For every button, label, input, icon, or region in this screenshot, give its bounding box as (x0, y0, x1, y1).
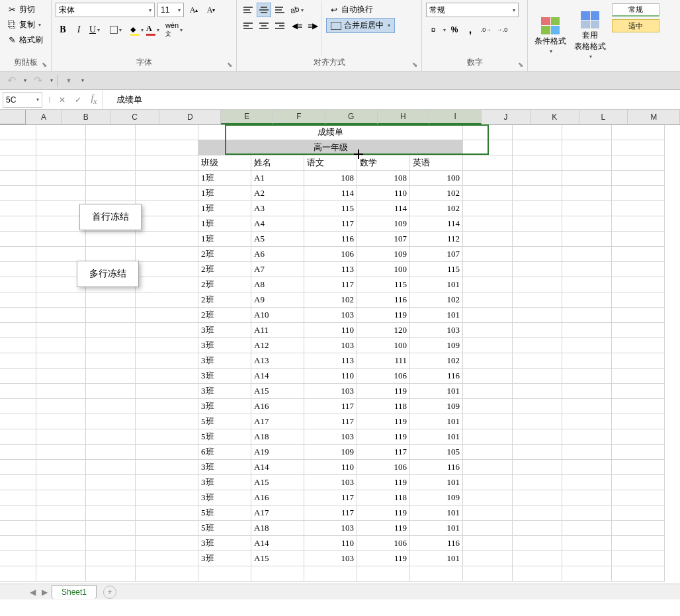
col-header-B[interactable]: B (62, 110, 110, 124)
col-header-K[interactable]: K (531, 110, 579, 124)
cell[interactable]: 3班 (198, 399, 251, 414)
cell[interactable]: 1班 (198, 232, 251, 247)
cell[interactable]: 3班 (198, 490, 251, 506)
cell[interactable] (513, 262, 562, 277)
cell[interactable] (136, 171, 198, 186)
cell[interactable] (513, 369, 562, 384)
cell[interactable] (36, 429, 86, 445)
cell[interactable]: A17 (251, 506, 304, 521)
cell[interactable]: A5 (251, 232, 304, 247)
cell[interactable] (612, 475, 665, 490)
cell[interactable] (36, 155, 86, 171)
cell[interactable]: 5班 (198, 521, 251, 536)
cell[interactable] (86, 536, 136, 551)
cell[interactable]: 3班 (198, 551, 251, 566)
cell[interactable]: 119 (357, 551, 410, 566)
cell[interactable] (136, 201, 198, 216)
cell[interactable]: 116 (410, 460, 463, 475)
number-format-select[interactable]: 常规▾ (426, 3, 519, 17)
cell[interactable]: 101 (410, 384, 463, 399)
cell[interactable] (562, 216, 612, 232)
cell[interactable] (0, 490, 36, 506)
cell[interactable] (0, 308, 36, 323)
cell[interactable]: 114 (357, 201, 410, 216)
cell[interactable] (36, 140, 86, 155)
cell[interactable]: 106 (304, 247, 357, 262)
cell[interactable] (86, 338, 136, 353)
cell[interactable] (136, 566, 198, 582)
cell[interactable] (463, 414, 513, 429)
cell[interactable]: 106 (357, 369, 410, 384)
cell[interactable]: 100 (357, 338, 410, 353)
cell[interactable] (0, 216, 36, 232)
cell[interactable] (513, 475, 562, 490)
cell[interactable] (0, 277, 36, 292)
cell[interactable]: 103 (304, 521, 357, 536)
cell[interactable] (463, 475, 513, 490)
cell[interactable]: 2班 (198, 308, 251, 323)
cell[interactable] (562, 506, 612, 521)
cell[interactable]: 105 (410, 445, 463, 460)
cell[interactable] (463, 155, 513, 171)
cell[interactable]: 1班 (198, 186, 251, 201)
cell[interactable]: 110 (304, 323, 357, 338)
cell[interactable] (36, 369, 86, 384)
cell[interactable]: 3班 (198, 338, 251, 353)
cell[interactable] (136, 475, 198, 490)
cell[interactable] (562, 323, 612, 338)
cell[interactable]: A13 (251, 353, 304, 369)
cell[interactable] (562, 445, 612, 460)
cell[interactable]: A11 (251, 323, 304, 338)
cell[interactable]: 101 (410, 429, 463, 445)
cell[interactable]: A2 (251, 186, 304, 201)
cell[interactable] (86, 186, 136, 201)
cell[interactable]: 2班 (198, 247, 251, 262)
align-left-button[interactable] (241, 19, 255, 33)
cell[interactable]: 5班 (198, 414, 251, 429)
cell[interactable] (612, 551, 665, 566)
cell[interactable] (86, 475, 136, 490)
cell[interactable] (136, 429, 198, 445)
col-header-L[interactable]: L (579, 110, 628, 124)
cell[interactable]: 3班 (198, 460, 251, 475)
cell[interactable] (463, 551, 513, 566)
cell[interactable]: 语文 (304, 155, 357, 171)
cell[interactable]: 109 (304, 445, 357, 460)
align-right-button[interactable] (273, 19, 287, 33)
cell[interactable] (136, 125, 198, 140)
cell[interactable] (612, 201, 665, 216)
cell[interactable] (463, 140, 513, 155)
cell[interactable]: 119 (357, 521, 410, 536)
cell[interactable]: 117 (304, 506, 357, 521)
cell[interactable] (36, 323, 86, 338)
cell[interactable]: 117 (304, 414, 357, 429)
cell[interactable] (36, 445, 86, 460)
cell[interactable] (36, 171, 86, 186)
cell[interactable]: 119 (357, 475, 410, 490)
cell[interactable] (136, 277, 198, 292)
cell[interactable] (562, 384, 612, 399)
cell[interactable]: 119 (357, 414, 410, 429)
cell[interactable]: 112 (410, 232, 463, 247)
col-header-C[interactable]: C (110, 110, 159, 124)
cell[interactable]: 120 (357, 323, 410, 338)
cell[interactable] (612, 216, 665, 232)
cell[interactable] (36, 125, 86, 140)
cell[interactable] (0, 460, 36, 475)
cell[interactable] (36, 506, 86, 521)
cell[interactable]: 110 (304, 460, 357, 475)
cell[interactable] (0, 369, 36, 384)
cell[interactable] (0, 506, 36, 521)
cell[interactable]: A16 (251, 490, 304, 506)
fx-button[interactable]: fx (86, 92, 102, 108)
tab-nav-prev[interactable]: ◀ (26, 588, 38, 597)
cell[interactable]: 2班 (198, 277, 251, 292)
cell[interactable] (136, 232, 198, 247)
cell[interactable]: 101 (410, 277, 463, 292)
cell[interactable] (612, 232, 665, 247)
cell[interactable] (0, 536, 36, 551)
cell[interactable]: A14 (251, 369, 304, 384)
cell[interactable]: 110 (304, 536, 357, 551)
cell[interactable] (136, 155, 198, 171)
cell[interactable] (463, 216, 513, 232)
